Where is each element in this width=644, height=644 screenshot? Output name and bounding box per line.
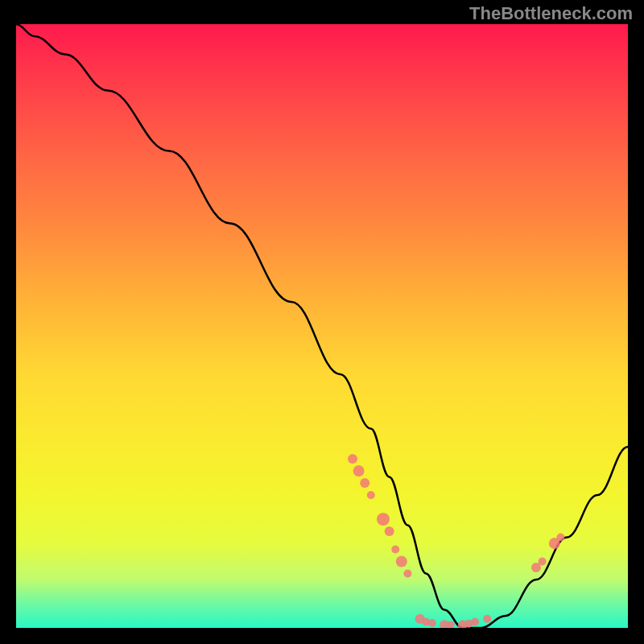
chart-marker xyxy=(377,513,390,526)
chart-marker xyxy=(464,620,473,628)
chart-marker xyxy=(415,614,425,624)
chart-marker xyxy=(353,465,365,477)
chart-marker xyxy=(440,620,449,628)
watermark-text: TheBottleneck.com xyxy=(469,3,633,24)
chart-marker xyxy=(556,534,564,542)
chart-marker xyxy=(422,618,430,626)
chart-marker xyxy=(367,491,375,499)
chart-marker xyxy=(403,570,411,578)
chart-curve xyxy=(16,24,628,628)
chart-marker xyxy=(531,563,541,572)
chart-marker xyxy=(348,454,357,464)
chart-marker xyxy=(428,619,436,627)
chart-plot-area xyxy=(16,24,628,628)
chart-svg xyxy=(16,24,628,628)
chart-marker xyxy=(385,526,394,536)
chart-marker xyxy=(391,546,399,554)
chart-marker xyxy=(458,620,468,628)
chart-marker xyxy=(471,618,479,626)
chart-marker xyxy=(539,558,547,566)
chart-marker xyxy=(447,621,455,628)
chart-marker xyxy=(396,556,407,568)
chart-marker xyxy=(360,478,369,488)
chart-marker xyxy=(483,615,491,623)
chart-marker xyxy=(549,538,560,549)
chart-markers xyxy=(348,454,564,628)
